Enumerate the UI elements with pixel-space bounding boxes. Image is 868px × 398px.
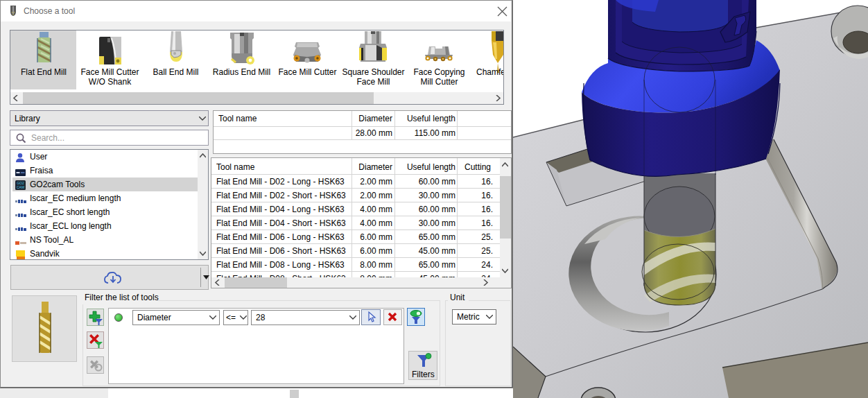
- svg-text:CAM: CAM: [17, 185, 24, 189]
